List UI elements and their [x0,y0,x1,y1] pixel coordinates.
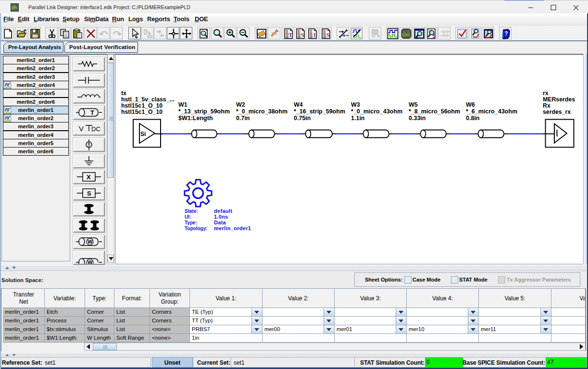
svg-text:Si: Si [140,131,146,137]
svg-text:S: S [326,32,330,38]
svg-text:S: S [87,190,91,197]
svg-text:T: T [288,32,292,38]
svg-text:S: S [301,32,304,38]
svg-text:V: V [79,124,84,133]
svg-text:T: T [90,109,94,116]
svg-text:X: X [87,173,91,181]
svg-text:I: I [313,32,316,38]
svg-text:DC: DC [91,125,100,133]
svg-text:W: W [88,239,93,245]
svg-text:S: S [432,33,436,39]
svg-text:?: ? [504,30,508,37]
svg-text:W: W [88,259,93,264]
